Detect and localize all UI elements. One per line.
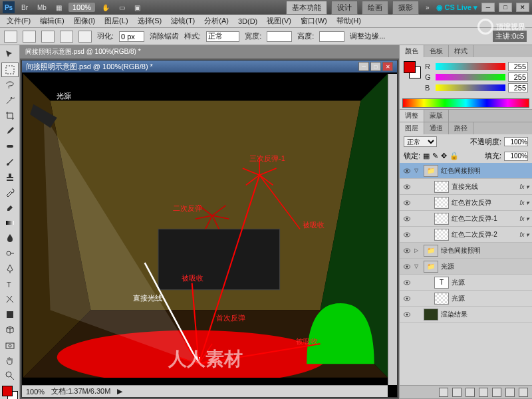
type-tool[interactable]: T bbox=[1, 277, 19, 291]
crop-tool[interactable] bbox=[1, 108, 19, 123]
canvas[interactable]: 光源 直接光线 首次反弹 二次反弹 三次反弹-1 被吸收 被吸收 被吸收 人人素… bbox=[23, 74, 388, 385]
visibility-icon[interactable] bbox=[402, 262, 412, 271]
brush-tool[interactable] bbox=[1, 154, 19, 169]
camera-tool[interactable] bbox=[1, 338, 19, 352]
workspace-essentials[interactable]: 基本功能 bbox=[286, 1, 327, 15]
color-swatches[interactable] bbox=[404, 61, 421, 78]
visibility-icon[interactable] bbox=[402, 310, 412, 319]
spectrum-ramp[interactable] bbox=[402, 98, 529, 108]
vertical-scrollbar[interactable] bbox=[388, 74, 397, 385]
new-layer-icon[interactable] bbox=[505, 388, 515, 397]
tab-styles[interactable]: 样式 bbox=[449, 45, 473, 57]
document-tab[interactable]: 间接照明示意图.psd @ 100%(RGB/8) * bbox=[20, 45, 399, 59]
minimize-button[interactable]: ─ bbox=[481, 3, 495, 12]
visibility-icon[interactable] bbox=[402, 214, 412, 223]
visibility-icon[interactable] bbox=[402, 230, 412, 239]
close-button[interactable]: ✕ bbox=[516, 3, 529, 12]
lasso-tool[interactable] bbox=[1, 78, 19, 92]
cslive-button[interactable]: ◉ CS Live ▾ bbox=[436, 3, 477, 12]
menu-view[interactable]: 视图(V) bbox=[263, 15, 295, 27]
menu-edit[interactable]: 编辑(E) bbox=[36, 15, 68, 27]
layer-row[interactable]: 红色二次反弹-2fx ▾ bbox=[400, 227, 532, 243]
zoom-tool[interactable] bbox=[1, 368, 19, 383]
r-slider[interactable] bbox=[436, 63, 505, 70]
visibility-icon[interactable] bbox=[402, 198, 412, 207]
menu-layer[interactable]: 图层(L) bbox=[100, 15, 132, 27]
marquee-mode-new[interactable] bbox=[23, 31, 36, 43]
layer-mask-icon[interactable] bbox=[466, 388, 475, 397]
layer-fx-icon[interactable] bbox=[452, 388, 462, 397]
visibility-icon[interactable] bbox=[402, 182, 412, 192]
status-zoom[interactable]: 100% bbox=[26, 388, 45, 396]
move-tool[interactable] bbox=[1, 47, 19, 62]
tab-color[interactable]: 颜色 bbox=[400, 45, 424, 57]
workspace-painting[interactable]: 绘画 bbox=[362, 1, 388, 15]
heal-tool[interactable] bbox=[1, 139, 19, 154]
doc-close[interactable]: ✕ bbox=[382, 62, 393, 71]
style-select[interactable] bbox=[206, 31, 239, 42]
eraser-tool[interactable] bbox=[1, 200, 19, 215]
layer-row[interactable]: 红色首次反弹fx ▾ bbox=[400, 195, 532, 211]
lock-position-icon[interactable]: ✥ bbox=[441, 152, 447, 160]
visibility-icon[interactable] bbox=[402, 166, 412, 176]
delete-layer-icon[interactable] bbox=[519, 388, 528, 397]
history-brush-tool[interactable] bbox=[1, 185, 19, 200]
lock-pixels-icon[interactable]: ✎ bbox=[432, 152, 438, 160]
b-slider[interactable] bbox=[436, 84, 505, 91]
visibility-icon[interactable] bbox=[402, 246, 412, 255]
menu-file[interactable]: 文件(F) bbox=[3, 15, 35, 27]
fill-input[interactable] bbox=[504, 152, 528, 161]
layer-row[interactable]: 光源 bbox=[400, 291, 532, 307]
view-extras-icon[interactable]: ▦ bbox=[53, 3, 65, 13]
layer-row[interactable]: 红色二次反弹-1fx ▾ bbox=[400, 211, 532, 227]
layer-row[interactable]: ▽📁红色间接照明 bbox=[400, 163, 532, 179]
layer-row[interactable]: ▷📁绿色间接照明 bbox=[400, 243, 532, 259]
workspace-more[interactable]: » bbox=[423, 3, 432, 13]
menu-analysis[interactable]: 分析(A) bbox=[200, 15, 233, 27]
dodge-tool[interactable] bbox=[1, 246, 19, 261]
shape-tool[interactable] bbox=[1, 307, 19, 322]
blend-mode-select[interactable]: 正常 bbox=[404, 136, 437, 147]
tab-masks[interactable]: 蒙版 bbox=[424, 110, 449, 122]
marquee-tool[interactable] bbox=[1, 63, 19, 77]
wand-tool[interactable] bbox=[1, 93, 19, 108]
opacity-input[interactable] bbox=[504, 137, 528, 146]
zoom-level[interactable]: 100% bbox=[68, 3, 95, 12]
doc-minimize[interactable]: ─ bbox=[358, 62, 369, 71]
lock-transparency-icon[interactable]: ▦ bbox=[423, 152, 430, 160]
tool-preset-icon[interactable] bbox=[4, 31, 17, 43]
new-group-icon[interactable] bbox=[492, 388, 501, 397]
menu-select[interactable]: 选择(S) bbox=[134, 15, 166, 27]
eyedropper-tool[interactable] bbox=[1, 124, 19, 138]
maximize-button[interactable]: □ bbox=[499, 3, 512, 12]
hand-icon[interactable]: ✋ bbox=[99, 3, 112, 13]
visibility-icon[interactable] bbox=[402, 278, 412, 287]
feather-input[interactable] bbox=[119, 31, 144, 42]
tab-swatches[interactable]: 色板 bbox=[424, 45, 449, 57]
color-swatch[interactable] bbox=[2, 386, 18, 399]
marquee-mode-sub[interactable] bbox=[60, 31, 73, 43]
hand-tool[interactable] bbox=[1, 353, 19, 368]
blur-tool[interactable] bbox=[1, 231, 19, 245]
menu-3d[interactable]: 3D(D) bbox=[234, 16, 261, 27]
tab-adjustments[interactable]: 调整 bbox=[400, 110, 424, 122]
bridge-icon[interactable]: Br bbox=[19, 3, 31, 13]
stamp-tool[interactable] bbox=[1, 170, 19, 184]
visibility-icon[interactable] bbox=[402, 294, 412, 303]
path-tool[interactable] bbox=[1, 292, 19, 307]
mini-bridge-icon[interactable]: Mb bbox=[35, 3, 49, 13]
width-input[interactable] bbox=[267, 31, 292, 42]
link-layers-icon[interactable] bbox=[439, 388, 448, 397]
menu-help[interactable]: 帮助(H) bbox=[332, 15, 365, 27]
b-input[interactable] bbox=[508, 83, 528, 92]
arrange-icon[interactable]: ▭ bbox=[116, 3, 128, 13]
adjustment-layer-icon[interactable] bbox=[479, 388, 488, 397]
workspace-design[interactable]: 设计 bbox=[331, 1, 358, 15]
g-input[interactable] bbox=[508, 72, 528, 82]
layer-row[interactable]: 渲染结果 bbox=[400, 307, 532, 323]
menu-window[interactable]: 窗口(W) bbox=[297, 15, 331, 27]
r-input[interactable] bbox=[508, 62, 528, 71]
3d-tool[interactable] bbox=[1, 323, 19, 337]
tab-layers[interactable]: 图层 bbox=[400, 122, 424, 134]
height-input[interactable] bbox=[319, 31, 344, 42]
